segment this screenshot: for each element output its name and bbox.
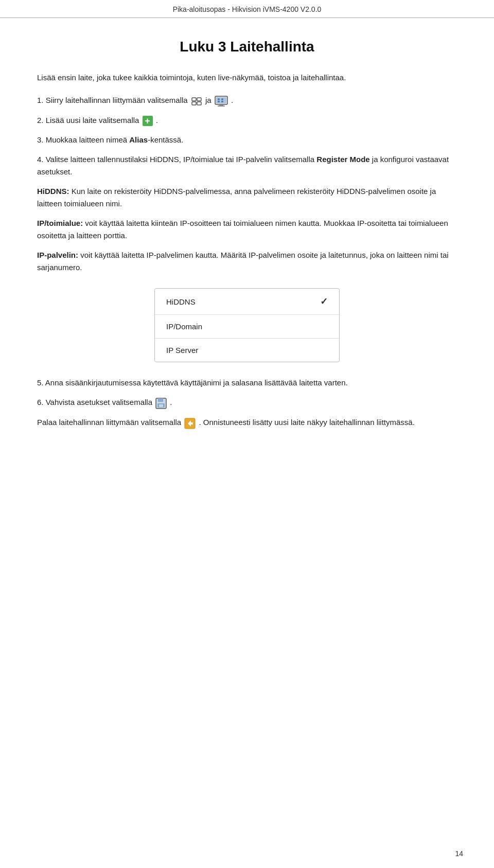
step-1: 1. Siirry laitehallinnan liittymään vali… [37,94,457,107]
hiddns-checkmark: ✓ [320,296,328,307]
step-6-period: . [170,398,172,406]
ip-palvelin-label: IP-palvelin: [37,251,78,259]
chapter-title: Luku 3 Laitehallinta [37,39,457,55]
step-1-period: . [231,96,233,104]
step-3-text-before: Muokkaa laitteen nimeä Alias-kentässä. [46,135,184,144]
step-2-period: . [156,116,158,125]
svg-point-10 [221,98,223,100]
step-1-text: Siirry laitehallinnan liittymään valitse… [46,96,190,104]
intro-text: Lisää ensin laite, joka tukee kaikkia to… [37,72,457,84]
back-icon [184,417,196,429]
monitor-icon [215,95,228,107]
step-1-ja: ja [205,96,214,104]
step-6-text: Vahvista asetukset valitsemalla [46,398,155,406]
ip-toimialue-text: voit käyttää laitetta kiinteän IP-osoitt… [37,219,448,240]
step-3-number: 3. [37,135,44,144]
step-2: 2. Lisää uusi laite valitsemalla + . [37,114,457,127]
step-1-number: 1. [37,96,44,104]
hiddns-paragraph: HiDDNS: Kun laite on rekisteröity HiDDNS… [37,185,457,210]
svg-point-8 [218,98,220,100]
dropdown-item-hiddns-label: HiDDNS [166,297,196,306]
step-4: 4. Valitse laitteen tallennustilaksi HiD… [37,153,457,178]
page-header: Pika-aloitusopas - Hikvision iVMS-4200 V… [0,0,494,18]
ip-toimialue-paragraph: IP/toimialue: voit käyttää laitetta kiin… [37,217,457,242]
footer-text-before: Palaa laitehallinnan liittymään valitsem… [37,418,183,427]
svg-rect-11 [221,101,223,102]
page-number: 14 [455,849,463,858]
svg-rect-9 [218,101,220,102]
dropdown-item-ipdomain-label: IP/Domain [166,322,202,331]
step-3: 3. Muokkaa laitteen nimeä Alias-kentässä… [37,134,457,146]
footer-text: Palaa laitehallinnan liittymään valitsem… [37,416,457,429]
footer-text-after: . Onnistuneesti lisätty uusi laite näkyy… [199,418,415,427]
ip-palvelin-text: voit käyttää laitetta IP-palvelimen kaut… [37,251,449,272]
dropdown-item-ipdomain[interactable]: IP/Domain [155,315,339,339]
page-content: Luku 3 Laitehallinta Lisää ensin laite, … [0,18,494,467]
step-2-number: 2. [37,116,44,125]
menu-icon [191,95,202,107]
svg-rect-13 [158,398,163,402]
svg-rect-15 [159,404,163,407]
step-5-text: Anna sisäänkirjautumisessa käytettävä kä… [45,378,348,387]
step-5: 5. Anna sisäänkirjautumisessa käytettävä… [37,377,457,389]
step-6-number: 6. [37,398,44,406]
svg-rect-3 [197,102,201,105]
ip-toimialue-label: IP/toimialue: [37,219,83,227]
svg-rect-0 [192,98,196,101]
svg-rect-5 [216,97,226,103]
step-6: 6. Vahvista asetukset valitsemalla . [37,396,457,409]
header-title: Pika-aloitusopas - Hikvision iVMS-4200 V… [173,5,322,13]
step-2-text: Lisää uusi laite valitsemalla [46,116,142,125]
plus-icon: + [143,116,153,126]
save-icon [155,397,167,409]
svg-rect-2 [192,102,196,105]
ip-palvelin-paragraph: IP-palvelin: voit käyttää laitetta IP-pa… [37,249,457,274]
dropdown-item-ipserver-label: IP Server [166,346,198,355]
dropdown-item-ipserver[interactable]: IP Server [155,339,339,362]
svg-rect-7 [218,105,225,107]
step-4-text: Valitse laitteen tallennustilaksi HiDDNS… [37,155,449,176]
hiddns-text: Kun laite on rekisteröity HiDDNS-palveli… [37,187,436,208]
step-5-number: 5. [37,378,44,387]
dropdown-item-hiddns[interactable]: HiDDNS ✓ [155,289,339,315]
dropdown-box: HiDDNS ✓ IP/Domain IP Server [154,288,340,362]
step-4-number: 4. [37,155,44,164]
hiddns-label: HiDDNS: [37,187,69,196]
svg-rect-1 [197,98,201,101]
